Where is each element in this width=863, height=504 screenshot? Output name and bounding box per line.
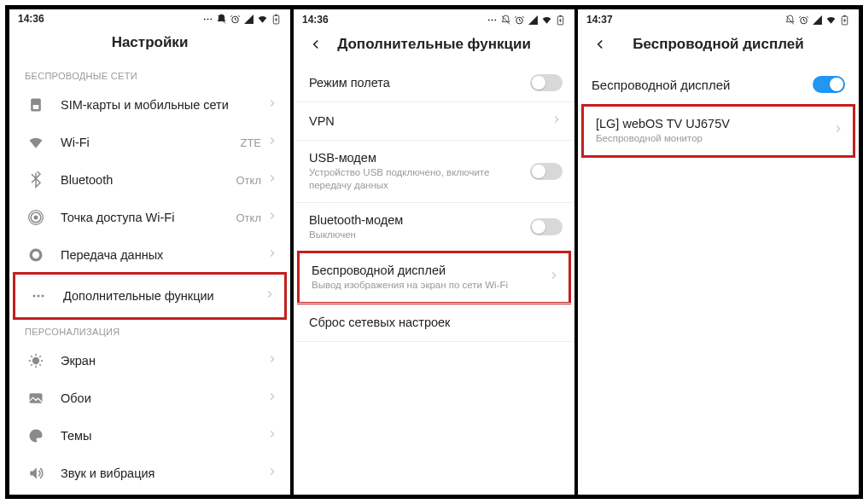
status-time: 14:36	[302, 14, 329, 26]
item-label: Bluetooth-модем	[309, 213, 530, 227]
palette-icon	[25, 425, 47, 447]
display-icon	[25, 350, 47, 372]
highlighted-item: Беспроводной дисплей Вывод изображения н…	[297, 251, 571, 304]
status-icons	[784, 14, 850, 26]
settings-item-sim[interactable]: SIM-карты и мобильные сети	[9, 86, 290, 124]
section-header-system: СИСТЕМА И УСТРОЙСТВО	[9, 492, 290, 495]
section-header-wireless: БЕСПРОВОДНЫЕ СЕТИ	[9, 62, 290, 86]
settings-item-bluetooth[interactable]: Bluetooth Откл	[9, 161, 290, 199]
section-header-personalization: ПЕРСОНАЛИЗАЦИЯ	[9, 318, 290, 342]
item-label: Обои	[61, 391, 266, 405]
settings-item-wifi[interactable]: Wi-Fi ZTE	[9, 124, 290, 161]
item-value: Откл	[236, 174, 262, 187]
hotspot-icon	[25, 206, 47, 229]
settings-item-more[interactable]: Дополнительные функции	[15, 275, 284, 317]
svg-point-2	[210, 18, 212, 20]
wireless-display-toggle-row[interactable]: Беспроводной дисплей	[578, 64, 859, 105]
item-sub: Устройство USB подключено, включите пере…	[309, 166, 530, 192]
svg-point-18	[488, 19, 490, 20]
battery-icon	[839, 14, 850, 26]
bell-off-icon	[216, 14, 227, 25]
page-title: Беспроводной дисплей	[610, 36, 826, 53]
settings-item-sound[interactable]: Звук и вибрация	[9, 455, 290, 492]
item-usb-modem[interactable]: USB-модем Устройство USB подключено, вкл…	[294, 141, 574, 202]
dots-icon	[202, 14, 213, 25]
chevron-right-icon	[266, 135, 278, 150]
header: Беспроводной дисплей	[578, 28, 859, 64]
alarm-icon	[230, 14, 241, 25]
item-label: Режим полета	[309, 76, 530, 90]
more-icon	[27, 285, 50, 307]
wifi-icon	[25, 131, 47, 154]
chevron-right-icon	[266, 391, 278, 406]
signal-icon	[528, 14, 539, 26]
header: Дополнительные функции	[294, 28, 574, 64]
item-label: Темы	[61, 429, 266, 443]
status-bar: 14:36	[294, 9, 574, 28]
item-label: Экран	[61, 354, 266, 368]
battery-icon	[555, 14, 566, 26]
highlighted-item: Дополнительные функции	[13, 272, 287, 320]
item-vpn[interactable]: VPN	[294, 102, 574, 140]
usb-toggle[interactable]	[530, 163, 563, 180]
item-bt-modem[interactable]: Bluetooth-модем Выключен	[294, 203, 574, 252]
device-name: [LG] webOS TV UJ675V	[596, 117, 832, 130]
chevron-right-icon	[832, 123, 844, 138]
back-button[interactable]	[306, 37, 326, 52]
item-wireless-display[interactable]: Беспроводной дисплей Вывод изображения н…	[300, 253, 569, 302]
chevron-right-icon	[266, 210, 278, 225]
phone-screen-3: 14:37 Беспроводной дисплей Беспроводной …	[578, 9, 859, 495]
status-time: 14:37	[586, 14, 613, 26]
header: Настройки	[9, 26, 290, 62]
signal-icon	[243, 14, 254, 25]
settings-item-data[interactable]: Передача данных	[9, 236, 290, 274]
svg-rect-5	[275, 14, 277, 15]
chevron-right-icon	[266, 97, 278, 113]
bt-toggle[interactable]	[530, 218, 563, 235]
item-label: SIM-карты и мобильные сети	[61, 98, 266, 112]
item-label: Wi-Fi	[61, 136, 240, 149]
svg-point-19	[492, 19, 493, 20]
back-button[interactable]	[590, 37, 610, 52]
svg-point-16	[32, 357, 39, 364]
status-icons	[487, 14, 566, 26]
airplane-toggle[interactable]	[530, 74, 563, 91]
item-label: Звук и вибрация	[61, 466, 266, 480]
item-label: VPN	[309, 114, 551, 128]
wireless-display-toggle[interactable]	[813, 76, 845, 93]
bell-off-icon	[784, 14, 796, 26]
status-time: 14:36	[18, 13, 44, 25]
item-label: Беспроводной дисплей	[312, 264, 548, 277]
settings-item-themes[interactable]: Темы	[9, 417, 290, 455]
chevron-right-icon	[266, 466, 278, 481]
alarm-icon	[514, 14, 525, 26]
settings-item-hotspot[interactable]: Точка доступа Wi-Fi Откл	[9, 199, 290, 236]
wifi-icon	[257, 14, 268, 25]
svg-point-13	[33, 295, 36, 298]
device-item[interactable]: [LG] webOS TV UJ675V Беспроводной монито…	[584, 107, 853, 155]
settings-item-wallpaper[interactable]: Обои	[9, 379, 290, 417]
item-label: USB-модем	[309, 151, 530, 165]
data-icon	[25, 244, 47, 266]
svg-point-14	[38, 295, 40, 298]
settings-item-display[interactable]: Экран	[9, 342, 290, 379]
chevron-right-icon	[551, 113, 563, 129]
sim-icon	[25, 94, 47, 116]
chevron-right-icon	[264, 288, 276, 304]
page-title: Настройки	[21, 34, 278, 51]
phone-screen-1: 14:36 Настройки БЕСПРОВОДНЫЕ СЕТИ SIM-ка…	[9, 9, 290, 495]
status-bar: 14:37	[578, 9, 859, 28]
item-reset-network[interactable]: Сброс сетевых настроек	[294, 304, 574, 341]
wifi-icon	[825, 14, 837, 26]
svg-rect-23	[559, 15, 561, 16]
device-sub: Беспроводной монитор	[596, 132, 832, 145]
item-sub: Выключен	[309, 229, 530, 241]
chevron-right-icon	[548, 269, 560, 285]
chevron-right-icon	[266, 428, 278, 443]
chevron-right-icon	[266, 247, 278, 263]
svg-rect-7	[33, 105, 39, 109]
svg-rect-26	[843, 15, 845, 16]
chevron-right-icon	[266, 353, 278, 368]
battery-icon	[271, 14, 282, 25]
item-airplane[interactable]: Режим полета	[294, 64, 574, 101]
